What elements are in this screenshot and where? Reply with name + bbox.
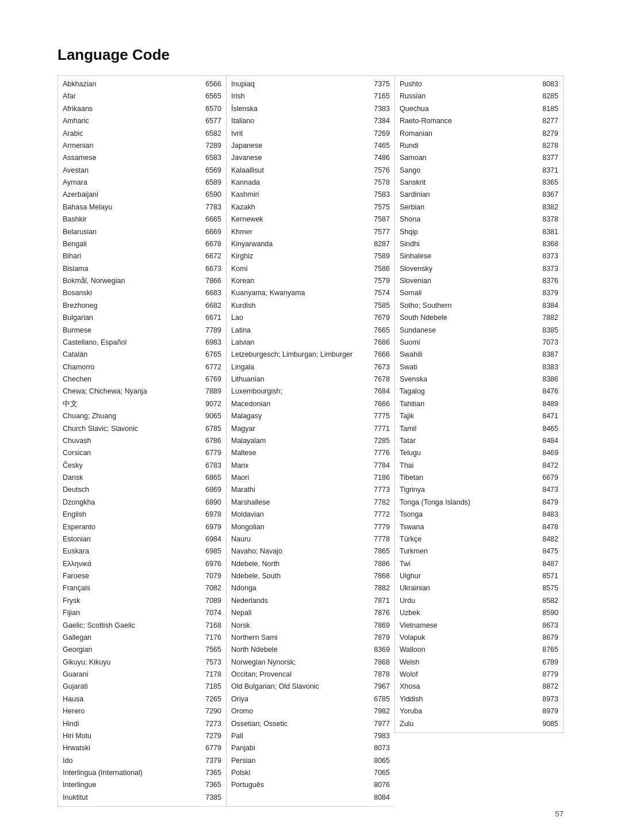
language-name: Kinyarwanda: [231, 239, 367, 250]
language-code: 7585: [369, 300, 390, 311]
language-name: Tibetan: [400, 472, 535, 483]
language-name: Georgian: [63, 644, 198, 655]
list-item: Afar6565: [58, 90, 226, 102]
language-code: 7868: [369, 657, 390, 668]
list-item: Lithuanian7678: [227, 373, 394, 385]
list-item: Sinhalese8373: [395, 250, 563, 262]
list-item: Hausa7265: [58, 693, 226, 705]
list-item: Moldavian7772: [227, 509, 394, 521]
language-name: Deutsch: [63, 484, 198, 495]
language-name: Inuktitut: [63, 792, 198, 803]
language-name: Frysk: [63, 595, 198, 606]
language-name: Kirghiz: [231, 251, 367, 262]
language-code: 8382: [538, 202, 558, 213]
list-item: Norsk7869: [227, 620, 394, 632]
list-item: Euskara6985: [58, 545, 226, 558]
language-code: 7673: [369, 362, 390, 373]
list-item: Catalán6765: [58, 349, 226, 361]
language-code: 7074: [201, 608, 221, 618]
language-name: Korean: [231, 276, 367, 287]
language-name: Irish: [231, 91, 367, 102]
language-code: 6785: [369, 694, 390, 705]
language-code: 6769: [201, 374, 221, 385]
language-code: 8979: [538, 706, 558, 717]
language-code: 7678: [369, 374, 390, 385]
language-code: 7783: [201, 202, 221, 213]
list-item: Oromo7982: [227, 705, 394, 717]
language-name: Lingala: [231, 362, 367, 373]
language-name: Bengali: [63, 239, 198, 250]
list-item: Dzongkha6890: [58, 497, 226, 509]
language-code: 7285: [369, 436, 390, 446]
language-code: 7465: [369, 140, 390, 151]
list-item: Kannada7578: [227, 177, 394, 189]
list-item: Russian8285: [395, 90, 563, 102]
language-name: Sardinian: [400, 189, 535, 200]
language-name: Khmer: [231, 227, 367, 238]
list-item: Tatar8484: [395, 435, 563, 447]
page-number: 57: [555, 810, 564, 818]
language-name: Letzeburgesch; Limburgan; Limburger: [231, 349, 367, 360]
list-item: Gujarati7185: [58, 681, 226, 693]
language-code: 8471: [538, 411, 558, 422]
language-code: 6671: [201, 312, 221, 323]
language-code: 9072: [201, 399, 221, 410]
language-name: Sango: [400, 165, 535, 176]
language-name: Arabic: [63, 128, 198, 139]
language-name: Maltese: [231, 448, 367, 459]
language-code: 7871: [369, 595, 390, 606]
language-code: 8872: [538, 681, 558, 692]
language-name: Slovensky: [400, 264, 535, 274]
list-item: Tahitian8489: [395, 398, 563, 410]
language-name: Latvian: [231, 337, 367, 348]
list-item: Manx7784: [227, 460, 394, 472]
language-code: 8185: [538, 104, 558, 114]
language-name: Zulu: [400, 719, 535, 730]
list-item: Brezhoneg6682: [58, 300, 226, 312]
list-item: Javanese7486: [227, 152, 394, 164]
language-code: 6570: [201, 104, 221, 114]
list-item: Tamil8465: [395, 423, 563, 435]
language-code: 8379: [538, 288, 558, 299]
language-name: Tajik: [400, 411, 535, 422]
language-name: Corsican: [63, 448, 198, 459]
list-item: Abkhazian6566: [58, 78, 226, 90]
list-item: Luxembourgish;7684: [227, 385, 394, 398]
language-name: North Ndebele: [231, 644, 367, 655]
language-name: Česky: [63, 460, 198, 471]
language-name: Kernewek: [231, 214, 367, 225]
list-item: Hiri Motu7279: [58, 730, 226, 742]
language-name: Raeto-Romance: [400, 116, 535, 127]
list-item: Kirghiz7589: [227, 250, 394, 262]
language-name: Malagasy: [231, 411, 367, 422]
language-name: Gikuyu; Kikuyu: [63, 657, 198, 668]
list-item: Raeto-Romance8277: [395, 115, 563, 127]
language-name: Chamorro: [63, 362, 198, 373]
list-item: Yoruba8979: [395, 705, 563, 717]
language-code: 8369: [369, 644, 390, 655]
language-code: 7089: [201, 595, 221, 606]
language-name: Luxembourgish;: [231, 386, 367, 397]
language-name: Turkmen: [400, 546, 535, 557]
language-code: 7983: [369, 731, 390, 742]
language-code: 7982: [369, 706, 390, 717]
language-code: 7176: [201, 632, 221, 643]
language-name: Chuang; Zhuang: [63, 411, 198, 422]
language-code: 7290: [201, 706, 221, 717]
language-code: 8377: [538, 152, 558, 163]
language-name: Ndonga: [231, 583, 367, 594]
language-name: Lao: [231, 312, 367, 323]
list-item: Gikuyu; Kikuyu7573: [58, 656, 226, 669]
language-code: 7778: [369, 534, 390, 545]
language-code: 7168: [201, 620, 221, 631]
language-name: Bulgarian: [63, 312, 198, 323]
list-item: Estonian6984: [58, 533, 226, 545]
language-name: Kannada: [231, 177, 367, 188]
language-code: 6672: [201, 251, 221, 262]
list-item: Romanian8279: [395, 128, 563, 140]
list-item: Arabic6582: [58, 128, 226, 140]
language-name: Serbian: [400, 202, 535, 213]
list-item: Afrikaans6570: [58, 103, 226, 115]
list-item: Avestan6569: [58, 165, 226, 177]
language-code: 7579: [369, 276, 390, 287]
